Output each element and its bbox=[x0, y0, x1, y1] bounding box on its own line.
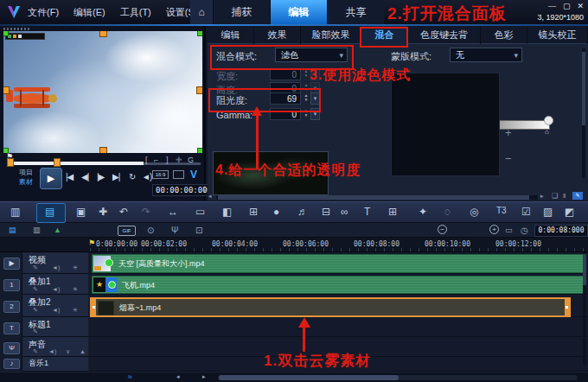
go-end-icon[interactable]: ▶| bbox=[112, 172, 119, 181]
screen-size-icon[interactable]: ▭ bbox=[195, 206, 205, 218]
mask-mode-dropdown[interactable]: 无 bbox=[450, 48, 522, 62]
scroll-right-icon[interactable]: ▸ bbox=[202, 373, 206, 380]
pause-icon[interactable]: ‖ bbox=[563, 192, 566, 200]
zoom-out-icon[interactable]: − bbox=[438, 225, 447, 234]
volume-icon[interactable]: ◄) bbox=[142, 172, 151, 181]
panel-tab-chroma-key[interactable]: 色度键去背 bbox=[408, 26, 481, 44]
ripple-edit-icon[interactable]: ✎ bbox=[33, 286, 38, 293]
clip-smoke-selected[interactable]: 烟幕~1.mp4 bbox=[90, 297, 571, 317]
scroll-left-icon[interactable]: ◂ bbox=[176, 373, 180, 380]
track-manager-icon[interactable]: ▥ bbox=[33, 226, 41, 234]
3d-title-icon[interactable]: T3 bbox=[496, 206, 507, 215]
panel-hscroll-thumb[interactable] bbox=[218, 195, 529, 200]
split-clip-icon[interactable]: ⌐ bbox=[154, 156, 158, 164]
resize-handle-left[interactable] bbox=[3, 86, 10, 94]
group-icon[interactable]: ⊞ bbox=[249, 206, 258, 218]
timeline-hscroll-thumb[interactable] bbox=[219, 375, 399, 380]
mark-in-icon[interactable]: [ bbox=[145, 156, 148, 164]
tools-icon[interactable]: ✚ bbox=[99, 206, 107, 218]
clip-trim-right-handle[interactable] bbox=[565, 299, 569, 315]
undo-icon[interactable]: ↶ bbox=[119, 206, 128, 218]
clip-sky[interactable]: 天空 [高质量和大小].mp4 bbox=[92, 254, 585, 273]
fit-timeline-icon[interactable]: ▭ bbox=[505, 226, 513, 234]
menu-edit[interactable]: 编辑(E) bbox=[74, 6, 105, 19]
overlay2-track-icon[interactable]: 2 bbox=[3, 301, 20, 313]
level-icon[interactable]: ▲ bbox=[80, 348, 86, 354]
clip-trim-left-handle[interactable] bbox=[92, 299, 96, 315]
minimize-button[interactable]: — bbox=[548, 2, 556, 10]
ripple-edit-icon[interactable]: ✎ bbox=[33, 328, 38, 335]
3d-media-icon[interactable]: ∞ bbox=[341, 206, 348, 218]
timeline-view-icon[interactable]: ▤ bbox=[45, 206, 54, 218]
layer-edit-icon[interactable]: ▨ bbox=[543, 206, 553, 218]
trim-end-handle[interactable] bbox=[54, 158, 61, 167]
preview-video[interactable] bbox=[3, 31, 202, 153]
voice-record-icon[interactable]: Ψ bbox=[171, 226, 178, 235]
layers-icon[interactable]: ❏ bbox=[552, 192, 558, 200]
gif-creator-button[interactable]: GIF bbox=[118, 226, 136, 236]
repeat-icon[interactable]: ↻ bbox=[129, 172, 135, 181]
mask-creator-icon[interactable]: ◎ bbox=[470, 206, 478, 218]
add-track-icon[interactable]: ▲ bbox=[54, 226, 61, 234]
drag-handle[interactable] bbox=[3, 28, 29, 30]
panel-tab-edit[interactable]: 编辑 bbox=[208, 26, 254, 44]
close-button[interactable]: ✕ bbox=[577, 2, 584, 10]
tab-edit[interactable]: 编辑 bbox=[270, 0, 327, 24]
layers-check-icon[interactable]: ☑ bbox=[521, 206, 531, 218]
title-track-icon[interactable]: T bbox=[3, 322, 20, 334]
resize-handle-top-right[interactable] bbox=[197, 31, 202, 36]
playhead-flag-icon[interactable]: ⚑ bbox=[88, 239, 95, 247]
tab-share[interactable]: 共享 bbox=[327, 0, 384, 24]
width-field[interactable]: 0 bbox=[270, 68, 301, 80]
wave-zoom-icon[interactable]: ≈ bbox=[128, 372, 132, 381]
menu-tools[interactable]: 工具(T) bbox=[120, 6, 151, 19]
wave-icon[interactable]: ∨ bbox=[66, 348, 70, 355]
mute-track-icon[interactable]: ◄) bbox=[48, 348, 56, 354]
panel-vscroll-thumb[interactable] bbox=[582, 52, 585, 125]
mask-zoom-in-button[interactable]: + bbox=[505, 126, 512, 139]
tab-capture[interactable]: 捕获 bbox=[213, 0, 270, 24]
home-icon[interactable]: ⌂ bbox=[190, 0, 213, 24]
ripple-edit-icon[interactable]: ✎ bbox=[33, 307, 38, 314]
prev-frame-icon[interactable]: ◀| bbox=[81, 172, 88, 181]
track-fx-icon[interactable]: ✳ bbox=[73, 286, 78, 293]
resize-handle-bottom-right[interactable] bbox=[197, 148, 202, 153]
track-fx-icon[interactable]: ✳ bbox=[73, 264, 78, 271]
project-mode-label[interactable]: 项目 bbox=[19, 168, 33, 177]
mask-zoom-out-button[interactable]: − bbox=[505, 152, 512, 165]
adjust-icon[interactable]: ◩ bbox=[565, 206, 574, 218]
mute-track-icon[interactable]: ◄) bbox=[52, 307, 60, 313]
width-spinner[interactable] bbox=[303, 69, 310, 78]
edit-blend-icon[interactable]: ✎ bbox=[572, 192, 583, 200]
screen-record-icon[interactable]: ⊙ bbox=[147, 226, 154, 235]
redo-icon[interactable]: ↷ bbox=[142, 206, 150, 218]
enlarge-icon[interactable]: ✚ bbox=[176, 156, 182, 164]
clip-plane[interactable]: ★ 飞机.mp4 bbox=[92, 276, 585, 294]
v-button[interactable]: V bbox=[190, 169, 197, 181]
lasso-icon[interactable]: ◌ bbox=[444, 206, 451, 218]
timeline-ruler[interactable]: ⚑ 0:00:00:00 00:00:02:00 00:00:04:00 00:… bbox=[0, 238, 588, 252]
color-wheel-icon[interactable]: ● bbox=[273, 206, 279, 218]
panel-tab-color[interactable]: 色彩 bbox=[481, 26, 527, 44]
subtitle-icon[interactable]: T bbox=[364, 206, 370, 218]
sound-mixer-icon[interactable]: ♬ bbox=[297, 206, 308, 218]
zoom-in-icon[interactable]: + bbox=[489, 225, 499, 234]
panel-tab-effects[interactable]: 效果 bbox=[254, 26, 301, 44]
mute-track-icon[interactable]: ◄) bbox=[52, 264, 60, 271]
next-frame-icon[interactable]: |▶ bbox=[97, 172, 104, 181]
mute-track-icon[interactable]: ◄) bbox=[52, 286, 60, 292]
ripple-edit-icon[interactable]: ✎ bbox=[33, 348, 38, 355]
panel-tab-face-effects[interactable]: 脸部效果 bbox=[301, 26, 361, 44]
track-fx-icon[interactable]: ✳ bbox=[73, 307, 78, 314]
voice-track-icon[interactable]: Ψ bbox=[3, 342, 20, 354]
resize-handle-right[interactable] bbox=[196, 86, 202, 94]
resize-handle-top-left[interactable] bbox=[3, 31, 9, 36]
gradient-right-knob[interactable] bbox=[544, 116, 553, 125]
ripple-edit-icon[interactable]: ✎ bbox=[33, 264, 38, 271]
gradient-right-stop[interactable]: ⌂ bbox=[545, 128, 549, 136]
maximize-button[interactable]: ▢ bbox=[563, 2, 571, 10]
copy-icon[interactable]: ▣ bbox=[76, 206, 86, 218]
motion-tracking-icon[interactable]: ✦ bbox=[419, 206, 427, 218]
ripple-edit-icon[interactable]: ↔ bbox=[168, 206, 178, 218]
panel-scroll-right-icon[interactable]: ▸ bbox=[540, 193, 544, 200]
